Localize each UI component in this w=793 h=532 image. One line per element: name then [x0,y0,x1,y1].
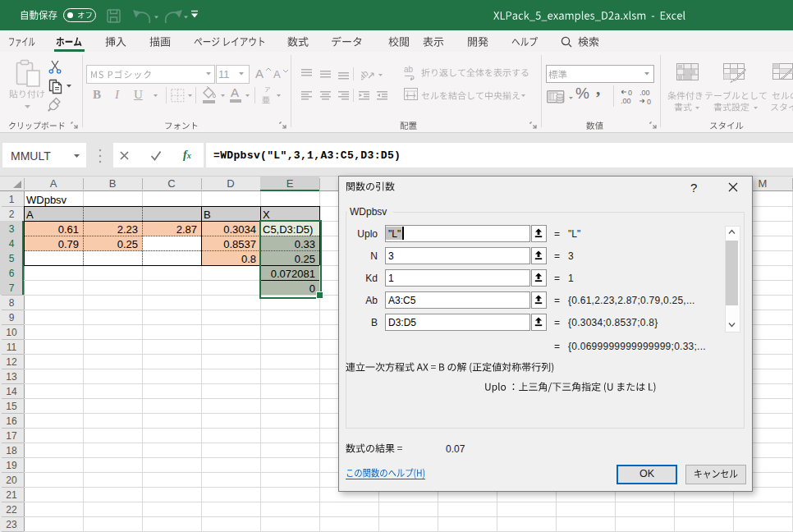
svg-text:.00: .00 [639,89,650,97]
svg-text:.00: .00 [621,97,631,105]
svg-text:0: 0 [628,89,632,97]
svg-text:ab: ab [361,68,370,80]
svg-text:0: 0 [647,98,651,105]
